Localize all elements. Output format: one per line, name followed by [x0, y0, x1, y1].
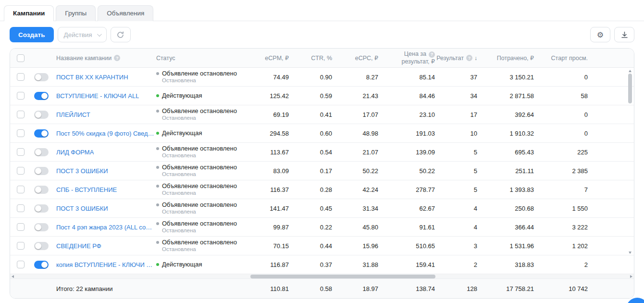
col-result-label: Результат: [436, 55, 464, 62]
campaign-link[interactable]: ЛИД ФОРМА: [56, 149, 94, 156]
row-checkbox[interactable]: [17, 204, 25, 212]
status-dot: [156, 241, 159, 244]
cell-start-views: 1 550: [542, 205, 595, 212]
row-toggle[interactable]: [34, 204, 49, 213]
row-toggle[interactable]: [34, 129, 49, 138]
table-row: Пост 50% скидка (9 фото) Сведени... Дейс…: [10, 124, 634, 143]
cell-result: 5: [443, 149, 485, 156]
select-all-checkbox[interactable]: [17, 54, 25, 62]
table-row: Пост 4 рэп жанра 2023 (ALL сообщ.) Объяв…: [10, 218, 634, 237]
scroll-left-icon[interactable]: [12, 275, 14, 278]
horizontal-scrollbar[interactable]: [10, 274, 634, 279]
tab-groups[interactable]: Группы: [56, 5, 96, 21]
help-icon[interactable]: ?: [114, 55, 120, 61]
campaign-link[interactable]: ПОСТ ВК ХХ КАРАНТИН: [56, 74, 128, 81]
tab-ads[interactable]: Объявления: [98, 5, 153, 21]
campaign-link[interactable]: СВЕДЕНИЕ РФ: [56, 242, 101, 250]
row-checkbox[interactable]: [17, 242, 25, 250]
status-cell: Объявление остановлено Остановлена: [156, 182, 250, 196]
cell-start-views: 7: [542, 186, 595, 193]
help-icon[interactable]: ?: [466, 55, 472, 61]
row-toggle[interactable]: [34, 148, 49, 156]
status-cell: Действующая: [156, 129, 250, 137]
campaign-link[interactable]: ПЛЕЙЛИСТ: [56, 111, 90, 118]
scroll-down-icon[interactable]: [629, 252, 632, 254]
table-row: ПОСТ 3 ОШИБКИ Объявление остановлено Ост…: [10, 199, 634, 218]
campaign-link[interactable]: Пост 4 рэп жанра 2023 (ALL сообщ.): [56, 224, 154, 231]
totals-label: Итого: 22 кампании: [54, 285, 250, 292]
cell-result: 5: [443, 167, 485, 175]
toggle-knob: [41, 93, 48, 99]
col-ecpc[interactable]: eCPC, ₽: [340, 54, 386, 62]
row-checkbox[interactable]: [17, 129, 25, 137]
campaign-link[interactable]: Пост 50% скидка (9 фото) Сведени...: [56, 130, 154, 137]
row-toggle[interactable]: [34, 223, 49, 231]
cell-price: 50.22: [386, 167, 443, 175]
status-dot: [156, 94, 159, 97]
cell-ecpm: 141.47: [250, 205, 297, 212]
row-checkbox[interactable]: [17, 186, 25, 193]
toggle-knob: [35, 74, 41, 80]
settings-button[interactable]: ⚙: [590, 27, 610, 42]
campaign-link[interactable]: СПБ - ВСТУПЛЕНИЕ: [56, 186, 117, 193]
row-toggle[interactable]: [34, 73, 49, 81]
col-ctr[interactable]: CTR, %: [297, 55, 340, 62]
cell-ctr: 0.37: [297, 261, 340, 268]
campaign-link[interactable]: ПОСТ 3 ОШИБКИ: [56, 167, 108, 175]
cell-ecpc: 50.22: [340, 167, 386, 175]
row-toggle[interactable]: [34, 242, 49, 250]
vertical-scrollbar[interactable]: [628, 70, 632, 254]
cell-result: 34: [443, 92, 485, 100]
vertical-scroll-thumb[interactable]: [628, 74, 632, 103]
download-button[interactable]: [614, 27, 634, 42]
col-views[interactable]: Просм.: [595, 55, 634, 62]
total-result: 128: [443, 285, 485, 292]
toggle-knob: [41, 262, 48, 268]
col-spent[interactable]: Потрачено, ₽: [485, 54, 542, 62]
status-sub: Остановлена: [162, 171, 196, 178]
help-icon[interactable]: ?: [429, 51, 435, 58]
cell-price: 510.65: [386, 242, 443, 250]
tab-campaigns[interactable]: Кампании: [4, 5, 54, 21]
status-cell: Объявление остановлено Остановлена: [156, 201, 250, 215]
col-name[interactable]: Название кампании ?: [54, 55, 156, 62]
campaigns-table: Название кампании ? Статус eCPM, ₽ CTR, …: [10, 48, 634, 299]
status-sub: Остановлена: [162, 77, 196, 84]
actions-dropdown[interactable]: Действия: [58, 27, 107, 42]
row-toggle[interactable]: [34, 261, 49, 269]
row-checkbox[interactable]: [17, 111, 25, 118]
scroll-right-icon[interactable]: [630, 275, 632, 278]
cell-start-views: 0: [542, 111, 595, 118]
status-dot: [156, 132, 159, 135]
col-status[interactable]: Статус: [156, 55, 250, 62]
status-cell: Объявление остановлено Остановлена: [156, 164, 250, 177]
col-price-per-result[interactable]: Цена за? результат, ₽: [386, 50, 443, 65]
row-toggle[interactable]: [34, 186, 49, 194]
campaign-link[interactable]: копия ВСТУПЛЕНИЕ - КЛЮЧИ ALL: [56, 261, 154, 268]
toolbar: Создать Действия ⚙: [10, 27, 634, 42]
campaign-link[interactable]: ВСТУПЛЕНИЕ - КЛЮЧИ ALL: [56, 92, 139, 100]
row-toggle[interactable]: [34, 111, 49, 119]
sort-desc-icon[interactable]: ↓: [474, 55, 477, 62]
refresh-icon: [117, 31, 124, 38]
row-checkbox[interactable]: [17, 148, 25, 156]
row-checkbox[interactable]: [17, 73, 25, 81]
horizontal-scroll-thumb[interactable]: [250, 275, 435, 278]
table-footer: Итого: 22 кампании 110.81 0.58 18.97 138…: [10, 279, 634, 298]
campaign-link[interactable]: ПОСТ 3 ОШИБКИ: [56, 205, 108, 212]
row-checkbox[interactable]: [17, 223, 25, 231]
row-checkbox[interactable]: [17, 92, 25, 100]
cell-result: 4: [443, 205, 485, 212]
col-start-views[interactable]: Старт просм.: [542, 55, 595, 62]
scroll-up-icon[interactable]: [629, 70, 632, 72]
refresh-button[interactable]: [111, 27, 131, 42]
row-checkbox[interactable]: [17, 261, 25, 268]
row-toggle[interactable]: [34, 92, 49, 100]
col-ecpm[interactable]: eCPM, ₽: [250, 54, 297, 62]
toggle-knob: [35, 149, 41, 155]
col-result[interactable]: Результат ? ↓: [443, 55, 485, 62]
row-checkbox[interactable]: [17, 167, 25, 175]
create-button[interactable]: Создать: [10, 27, 54, 42]
cell-start-views: 0: [542, 130, 595, 137]
row-toggle[interactable]: [34, 167, 49, 175]
